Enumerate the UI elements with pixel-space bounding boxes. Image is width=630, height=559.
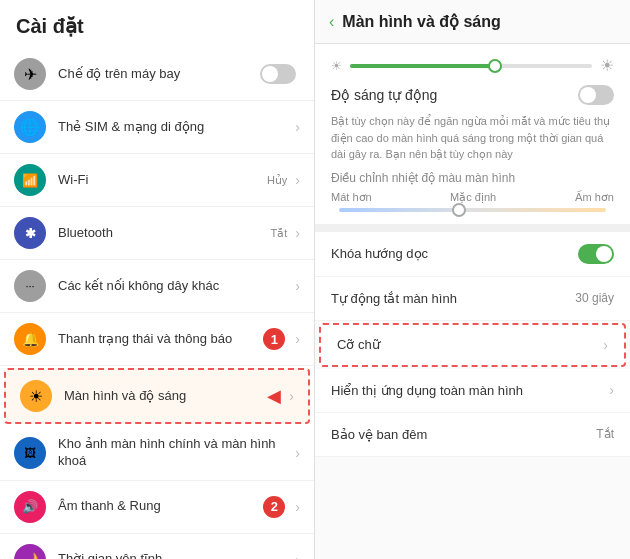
bluetooth-badge: Tắt — [271, 227, 288, 240]
sim-chevron: › — [295, 119, 300, 135]
auto-brightness-toggle[interactable] — [578, 85, 614, 105]
screen-chevron: › — [289, 388, 294, 404]
item-label-screen: Màn hình và độ sáng — [64, 388, 267, 405]
brightness-section: ☀ ☀ Độ sáng tự động Bật tùy chọn này để … — [315, 44, 630, 232]
back-arrow[interactable]: ‹ — [329, 13, 334, 31]
bluetooth-icon: ✱ — [14, 217, 46, 249]
right-row-orientation[interactable]: Khóa hướng dọc — [315, 232, 630, 277]
left-header: Cài đặt — [0, 0, 314, 48]
auto-brightness-label: Độ sáng tự động — [331, 87, 437, 103]
bluetooth-chevron: › — [295, 225, 300, 241]
color-temp-label: Điều chỉnh nhiệt độ màu màn hình — [331, 171, 614, 185]
night-shield-value: Tắt — [596, 427, 614, 441]
font-size-label: Cỡ chữ — [337, 337, 380, 352]
lock-screen-icon: 🖼 — [14, 437, 46, 469]
auto-brightness-desc: Bật tùy chọn này để ngăn ngừa mỏi mắt và… — [331, 113, 614, 163]
sidebar-item-wifi[interactable]: 📶 Wi-Fi Hủy › — [0, 154, 314, 207]
sidebar-item-screen[interactable]: ☀ Màn hình và độ sáng ◀ › — [4, 368, 310, 424]
other-conn-icon: ··· — [14, 270, 46, 302]
item-label-lock-screen: Kho ảnh màn hình chính và màn hình khoá — [58, 436, 291, 470]
right-row-fullscreen[interactable]: Hiển thị ứng dụng toàn màn hình › — [315, 369, 630, 413]
sidebar-item-bluetooth[interactable]: ✱ Bluetooth Tắt › — [0, 207, 314, 260]
right-header: ‹ Màn hình và độ sáng — [315, 0, 630, 44]
settings-list: ✈ Chế độ trên máy bay 🌐 Thẻ SIM & mạng d… — [0, 48, 314, 559]
sidebar-item-airplane[interactable]: ✈ Chế độ trên máy bay — [0, 48, 314, 101]
wifi-icon: 📶 — [14, 164, 46, 196]
dnd-chevron: › — [295, 552, 300, 559]
auto-off-value: 30 giây — [575, 291, 614, 305]
color-temp-thumb[interactable] — [452, 203, 466, 217]
other-conn-chevron: › — [295, 278, 300, 294]
brightness-slider-wrap: ☀ ☀ — [331, 56, 614, 75]
sidebar-item-dnd[interactable]: 🌙 Thời gian yên tĩnh › — [0, 534, 314, 559]
wifi-badge: Hủy — [267, 174, 287, 187]
orientation-label: Khóa hướng dọc — [331, 246, 428, 261]
orientation-toggle[interactable] — [578, 244, 614, 264]
font-size-chevron: › — [603, 337, 608, 353]
item-label-dnd: Thời gian yên tĩnh — [58, 551, 291, 559]
color-temp-track[interactable] — [339, 208, 606, 212]
wifi-chevron: › — [295, 172, 300, 188]
brightness-thumb[interactable] — [488, 59, 502, 73]
item-label-other-conn: Các kết nối không dây khác — [58, 278, 291, 295]
sim-icon: 🌐 — [14, 111, 46, 143]
sidebar-item-sound[interactable]: 🔊 Âm thanh & Rung 2 › — [0, 481, 314, 534]
screen-arrow: ◀ — [267, 385, 281, 407]
item-label-bluetooth: Bluetooth — [58, 225, 271, 242]
right-panel: ‹ Màn hình và độ sáng ☀ ☀ Độ sáng tự độn… — [315, 0, 630, 559]
item-label-status-notif: Thanh trạng thái và thông báo — [58, 331, 263, 348]
airplane-icon: ✈ — [14, 58, 46, 90]
status-notif-icon: 🔔 — [14, 323, 46, 355]
right-content: ☀ ☀ Độ sáng tự động Bật tùy chọn này để … — [315, 44, 630, 559]
item-label-airplane: Chế độ trên máy bay — [58, 66, 260, 83]
item-label-sim: Thẻ SIM & mạng di động — [58, 119, 291, 136]
auto-off-label: Tự động tắt màn hình — [331, 291, 457, 306]
airplane-toggle[interactable] — [260, 64, 296, 84]
am-hon-label: Ấm hơn — [575, 191, 614, 204]
status-notif-chevron: › — [295, 331, 300, 347]
brightness-track[interactable] — [350, 64, 592, 68]
fullscreen-label: Hiển thị ứng dụng toàn màn hình — [331, 383, 523, 398]
right-row-auto-off[interactable]: Tự động tắt màn hình 30 giây — [315, 277, 630, 321]
item-label-sound: Âm thanh & Rung — [58, 498, 263, 515]
sidebar-item-other-conn[interactable]: ··· Các kết nối không dây khác › — [0, 260, 314, 313]
auto-brightness-row: Độ sáng tự động — [331, 85, 614, 105]
right-row-night-shield[interactable]: Bảo vệ ban đêm Tắt — [315, 413, 630, 457]
lock-screen-chevron: › — [295, 445, 300, 461]
fullscreen-chevron: › — [609, 382, 614, 398]
step-badge-2: 2 — [263, 496, 285, 518]
step-badge-1: 1 — [263, 328, 285, 350]
screen-icon: ☀ — [20, 380, 52, 412]
mat-hon-label: Mát hơn — [331, 191, 372, 204]
sound-icon: 🔊 — [14, 491, 46, 523]
night-shield-label: Bảo vệ ban đêm — [331, 427, 427, 442]
left-panel: Cài đặt ✈ Chế độ trên máy bay 🌐 Thẻ SIM … — [0, 0, 315, 559]
right-title: Màn hình và độ sáng — [342, 12, 500, 31]
sound-chevron: › — [295, 499, 300, 515]
mac-dinh-label: Mặc định — [450, 191, 496, 204]
right-row-font-size[interactable]: Cỡ chữ › — [319, 323, 626, 367]
item-label-wifi: Wi-Fi — [58, 172, 267, 189]
sidebar-item-lock-screen[interactable]: 🖼 Kho ảnh màn hình chính và màn hình kho… — [0, 426, 314, 481]
sun-large-icon: ☀ — [600, 56, 614, 75]
color-temp-label-row: Mát hơn Mặc định Ấm hơn — [331, 191, 614, 204]
sun-small-icon: ☀ — [331, 59, 342, 73]
dnd-icon: 🌙 — [14, 544, 46, 559]
sidebar-item-status-notif[interactable]: 🔔 Thanh trạng thái và thông báo 1 › — [0, 313, 314, 366]
sidebar-item-sim[interactable]: 🌐 Thẻ SIM & mạng di động › — [0, 101, 314, 154]
brightness-fill — [350, 64, 495, 68]
